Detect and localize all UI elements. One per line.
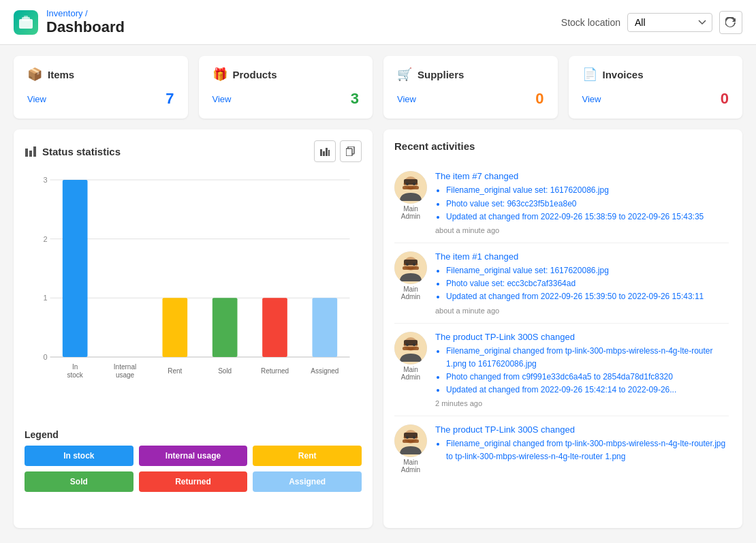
card-view-link[interactable]: View	[397, 94, 416, 104]
legend-item-sold[interactable]: Sold	[25, 471, 133, 492]
card-title: Invoices	[603, 69, 644, 80]
stats-icon	[25, 145, 37, 157]
refresh-button[interactable]	[719, 11, 742, 34]
activity-detail: Filename_original value set: 1617620086.…	[446, 264, 729, 277]
activity-details: Filename_original changed from tp-link-3…	[435, 345, 729, 397]
legend-item-returned[interactable]: Returned	[139, 471, 248, 492]
legend-item-in-stock[interactable]: In stock	[25, 446, 133, 466]
card-footer: View 0	[397, 90, 544, 108]
header-left: Inventory / Dashboard	[14, 8, 125, 36]
activity-user: MainAdmin	[394, 332, 427, 408]
activity-item: MainAdmin The product TP-Link 300S chang…	[394, 416, 729, 482]
svg-rect-5	[33, 146, 36, 157]
svg-rect-36	[404, 179, 418, 185]
svg-rect-63	[403, 439, 419, 443]
activities-title: Recent activities	[394, 140, 475, 152]
card-footer: View 0	[582, 90, 729, 108]
panel-actions	[314, 140, 362, 162]
card-count: 0	[721, 90, 729, 108]
svg-point-64	[404, 437, 406, 439]
stock-location-select[interactable]: All Warehouse 1 Warehouse 2	[627, 13, 712, 32]
svg-point-54	[413, 343, 415, 346]
refresh-icon	[725, 17, 736, 28]
activity-item: MainAdmin The item #1 changed Filename_o…	[394, 243, 729, 324]
legend-item-rent[interactable]: Rent	[253, 446, 362, 466]
svg-text:Internal: Internal	[114, 363, 136, 371]
recent-activities-panel: Recent activities MainAdmin The item #7 …	[383, 129, 742, 528]
activity-detail: Updated at changed from 2022-09-26 15:39…	[446, 290, 729, 303]
svg-text:stock: stock	[67, 371, 83, 379]
avatar-label: MainAdmin	[401, 459, 420, 474]
svg-rect-47	[403, 266, 419, 270]
svg-text:Returned: Returned	[261, 367, 289, 375]
card-view-link[interactable]: View	[582, 94, 601, 104]
card-header: 📄 Invoices	[582, 67, 729, 82]
svg-point-48	[404, 263, 406, 265]
activity-user: MainAdmin	[394, 251, 427, 315]
activity-title[interactable]: The item #7 changed	[435, 171, 729, 181]
svg-point-57	[416, 343, 418, 345]
card-count: 7	[166, 90, 174, 108]
svg-rect-44	[404, 260, 418, 265]
card-view-link[interactable]: View	[212, 94, 232, 104]
activity-detail: Updated at changed from 2022-09-26 15:42…	[446, 384, 729, 397]
activity-item: MainAdmin The item #7 changed Filename_o…	[394, 163, 729, 243]
header-right: Stock location All Warehouse 1 Warehouse…	[561, 11, 742, 34]
title-area: Inventory / Dashboard	[46, 8, 125, 36]
breadcrumb[interactable]: Inventory /	[46, 8, 125, 18]
svg-rect-2	[24, 16, 28, 18]
svg-rect-30	[262, 298, 287, 358]
svg-point-46	[413, 263, 415, 266]
activity-detail: Filename_original value set: 1617620086.…	[446, 184, 729, 197]
svg-rect-8	[326, 148, 328, 156]
legend-item-assigned[interactable]: Assigned	[253, 471, 362, 492]
svg-point-65	[416, 437, 418, 439]
activity-title[interactable]: The product TP-Link 300S changed	[435, 332, 729, 342]
card-header: 📦 Items	[27, 67, 174, 82]
main-content: 📦 Items View 7 🎁 Products View 3 🛒 Suppl…	[0, 45, 756, 539]
app-header: Inventory / Dashboard Stock location All…	[0, 0, 756, 45]
stock-location-label: Stock location	[561, 17, 620, 28]
svg-rect-3	[25, 149, 28, 157]
activities-header: Recent activities	[394, 140, 731, 152]
svg-rect-9	[328, 150, 330, 156]
page-title: Dashboard	[46, 18, 125, 36]
svg-rect-55	[403, 347, 419, 350]
card-view-link[interactable]: View	[27, 94, 46, 104]
svg-rect-7	[323, 151, 325, 156]
legend-grid: In stockInternal usageRentSoldReturnedAs…	[25, 446, 362, 492]
activity-details: Filename_original changed from tp-link-3…	[435, 437, 729, 463]
svg-text:1: 1	[43, 294, 47, 302]
bar-chart-button[interactable]	[314, 140, 336, 162]
activity-detail: Photo changed from c9f991e33dc6a4a5 to 2…	[446, 371, 729, 384]
activity-detail: Filename_original changed from tp-link-3…	[446, 345, 729, 371]
activity-time: about a minute ago	[435, 307, 729, 315]
svg-rect-52	[404, 340, 418, 345]
svg-text:usage: usage	[116, 371, 135, 379]
avatar	[394, 424, 427, 457]
activity-detail: Photo value set: ecc3cbc7af3364ad	[446, 277, 729, 290]
svg-point-40	[404, 183, 406, 185]
svg-rect-39	[403, 186, 419, 189]
activity-content: The product TP-Link 300S changed Filenam…	[435, 332, 729, 408]
card-invoices: 📄 Invoices View 0	[569, 56, 743, 119]
legend-item-internal-usage[interactable]: Internal usage	[139, 446, 248, 466]
products-icon: 🎁	[212, 67, 227, 82]
svg-point-38	[413, 183, 415, 185]
svg-text:Assigned: Assigned	[311, 367, 338, 375]
activities-scroll[interactable]: MainAdmin The item #7 changed Filename_o…	[394, 163, 731, 517]
avatar-label: MainAdmin	[401, 285, 420, 300]
svg-rect-28	[212, 298, 238, 358]
card-products: 🎁 Products View 3	[199, 56, 373, 119]
activity-content: The product TP-Link 300S changed Filenam…	[435, 424, 729, 474]
activity-title[interactable]: The item #1 changed	[435, 251, 729, 262]
activity-time: about a minute ago	[435, 226, 729, 234]
copy-button[interactable]	[340, 140, 362, 162]
card-suppliers: 🛒 Suppliers View 0	[383, 56, 558, 119]
copy-icon	[346, 146, 356, 156]
activity-title[interactable]: The product TP-Link 300S changed	[435, 424, 729, 435]
app-logo	[14, 10, 38, 35]
svg-text:Sold: Sold	[218, 367, 232, 375]
activity-detail: Photo value set: 963cc23f5b1ea8e0	[446, 198, 729, 211]
svg-point-62	[413, 436, 415, 439]
